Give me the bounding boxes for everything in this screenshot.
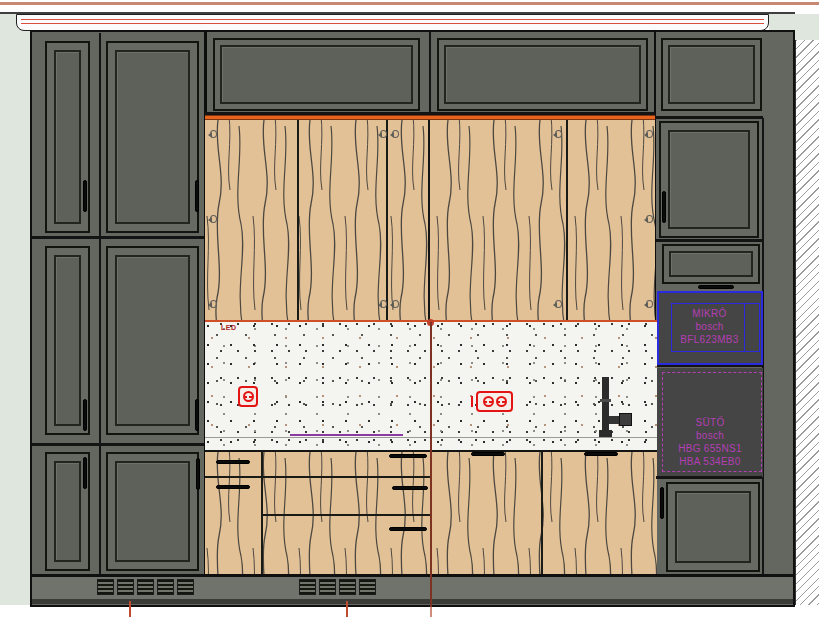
base-drawer-line [205, 476, 431, 478]
left-column-divider [99, 33, 101, 574]
faucet-base [599, 430, 612, 437]
led-label-backsplash: LED [221, 324, 237, 332]
oven-label: SÜTŐ bosch HBG 655NS1 HBA 534EB0 [657, 416, 763, 468]
door-panel [675, 491, 751, 563]
right-top-line [655, 116, 763, 119]
faucet-pipe [602, 377, 609, 434]
drawer-handle [392, 486, 428, 490]
top-row-divider-1 [429, 32, 431, 116]
center-reference-line-tail [430, 607, 432, 617]
outlet-double-icon [476, 391, 513, 412]
vent-grille-icon [157, 579, 174, 595]
hinge-icon [644, 299, 653, 309]
door-panel [54, 461, 81, 562]
wood-upper-doors [205, 120, 655, 320]
left-wall [0, 14, 30, 605]
vent-grille-icon [97, 579, 114, 595]
vent-grille-icon [117, 579, 134, 595]
left-tier-line-2 [32, 443, 204, 446]
outlet-socket [496, 396, 507, 407]
wood-door-divider [386, 120, 388, 320]
handle [83, 399, 87, 431]
faucet-icon [596, 375, 636, 437]
center-reference-line [430, 322, 432, 607]
microwave-brand: bosch [672, 320, 747, 333]
hatched-wall-section [795, 40, 819, 605]
hinge-icon [378, 299, 387, 309]
door-panel [54, 50, 81, 224]
cornice-red-line-2 [21, 23, 764, 24]
right-divider [656, 239, 762, 242]
door-handle [584, 452, 618, 456]
outlet-tick [471, 396, 473, 407]
plinth-shadow [32, 599, 793, 604]
drawer-handle [216, 485, 250, 489]
hinge-icon [553, 299, 562, 309]
handle [660, 487, 664, 519]
drawer-handle [389, 527, 427, 531]
microwave-niche: MIKRÓ bosch BFL623MB3 [657, 291, 763, 365]
hinge-icon [644, 214, 653, 224]
vent-grille-icon [319, 579, 336, 595]
faucet-collar [600, 399, 611, 402]
outlet-single-icon [238, 386, 258, 407]
door-panel [115, 255, 190, 426]
top-flap-door-c [661, 38, 762, 111]
dimension-line [346, 601, 348, 617]
oven-niche: SÜTŐ bosch HBG 655NS1 HBA 534EB0 [657, 368, 763, 477]
micro-oven-gap-line [657, 365, 763, 367]
right-bottom-door [666, 482, 760, 572]
door-panel [669, 251, 753, 277]
handle [83, 180, 87, 212]
microwave-label: MIKRÓ bosch BFL623MB3 [672, 307, 747, 346]
crown-cornice [16, 14, 769, 31]
undercounter-magenta-line [290, 434, 403, 436]
hinge-icon [390, 129, 399, 139]
door-panel [220, 45, 413, 104]
microwave-outline: MIKRÓ bosch BFL623MB3 [671, 303, 760, 352]
oven-model-1: HBG 655NS1 [657, 442, 763, 455]
vent-grille-icon [359, 579, 376, 595]
fridge-door [106, 452, 199, 571]
hinge-icon [553, 129, 562, 139]
door-panel [54, 255, 81, 426]
right-tall-door [659, 121, 759, 238]
right-flap-door [662, 244, 760, 284]
drawer-handle [216, 460, 250, 464]
oven-type: SÜTŐ [657, 416, 763, 429]
oven-brand: bosch [657, 429, 763, 442]
door-panel [115, 461, 190, 562]
drawer-handle [389, 454, 427, 458]
oven-model-2: HBA 534EB0 [657, 455, 763, 468]
handle [195, 399, 199, 431]
door-handle [471, 452, 505, 456]
handle [83, 457, 87, 489]
door-panel [115, 50, 190, 224]
faucet-valve [619, 413, 632, 426]
wood-door-divider [428, 120, 430, 320]
outlet-socket [243, 391, 254, 402]
kitchen-elevation-drawing: LED LED [0, 0, 819, 617]
tall-door-wide-mid [106, 246, 199, 435]
handle [662, 191, 666, 223]
base-drawer-line [261, 514, 431, 516]
base-divider-v [541, 452, 543, 575]
cornice-red-line-1 [21, 19, 764, 20]
tall-door-wide-top [106, 41, 199, 233]
dimension-line [129, 601, 131, 617]
vent-grille-icon [299, 579, 316, 595]
hinge-icon [208, 129, 217, 139]
handle [698, 285, 734, 289]
door-panel [668, 130, 750, 229]
top-flap-door-a [213, 38, 420, 111]
wood-door-divider [297, 120, 299, 320]
handle [195, 180, 199, 212]
microwave-model: BFL623MB3 [672, 333, 747, 346]
top-trim-line [0, 2, 819, 5]
hinge-icon [644, 129, 653, 139]
hinge-icon [208, 214, 217, 224]
vent-grille-icon [137, 579, 154, 595]
hinge-icon [208, 299, 217, 309]
top-flap-door-b [437, 38, 648, 111]
outlet-socket [483, 396, 494, 407]
